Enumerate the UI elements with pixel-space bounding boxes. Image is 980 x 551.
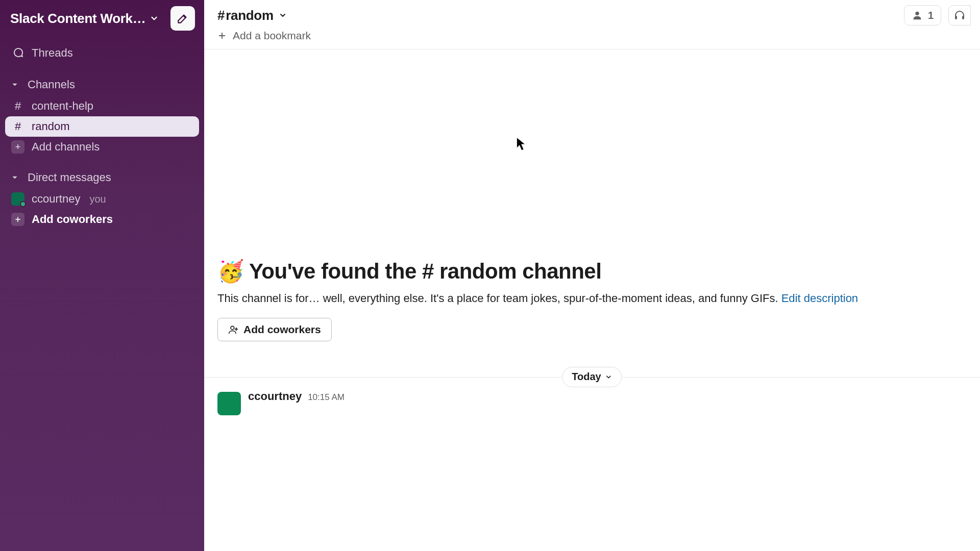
- person-icon: [912, 10, 923, 21]
- add-bookmark-label: Add a bookmark: [233, 30, 311, 42]
- sidebar-channel-random[interactable]: # random: [5, 116, 199, 137]
- add-bookmark-button[interactable]: Add a bookmark: [204, 27, 980, 49]
- channels-section-header[interactable]: Channels: [5, 73, 199, 96]
- threads-label: Threads: [32, 46, 73, 60]
- huddle-button[interactable]: [948, 5, 971, 26]
- sidebar-nav: Threads Channels # content-help # random…: [0, 37, 204, 230]
- channel-name: random: [226, 8, 274, 23]
- caret-down-icon: [11, 174, 21, 181]
- hash-icon: #: [217, 8, 225, 23]
- svg-rect-2: [962, 16, 964, 19]
- date-label: Today: [572, 371, 601, 383]
- channel-title: #random: [217, 8, 274, 23]
- dms-section-header[interactable]: Direct messages: [5, 166, 199, 189]
- channel-header: #random 1: [204, 0, 980, 27]
- welcome-desc-text: This channel is for… well, everything el…: [217, 292, 781, 305]
- member-count-button[interactable]: 1: [904, 5, 941, 26]
- channel-header-actions: 1: [904, 5, 971, 26]
- workspace-switcher[interactable]: Slack Content Work…: [10, 11, 159, 27]
- sidebar-item-threads[interactable]: Threads: [5, 42, 199, 64]
- channels-section-label: Channels: [28, 78, 75, 91]
- welcome-description: This channel is for… well, everything el…: [217, 291, 967, 307]
- svg-point-3: [231, 326, 234, 330]
- threads-icon: [11, 47, 24, 59]
- welcome-add-coworkers-button[interactable]: Add coworkers: [217, 318, 332, 341]
- sidebar-dm-ccourtney[interactable]: ccourtney you: [5, 189, 199, 209]
- date-pill[interactable]: Today: [562, 367, 622, 387]
- avatar: [11, 192, 24, 206]
- plus-icon: +: [11, 213, 24, 226]
- workspace-name: Slack Content Work…: [10, 11, 145, 27]
- presence-active-icon: [20, 201, 26, 207]
- welcome-title: 🥳 You've found the # random channel: [217, 259, 967, 284]
- add-coworkers-label: Add coworkers: [32, 213, 113, 226]
- channel-title-button[interactable]: #random: [217, 8, 287, 23]
- main-pane: #random 1 Add a bookmark: [204, 0, 980, 551]
- add-coworkers-button[interactable]: + Add coworkers: [5, 209, 199, 230]
- message-author[interactable]: ccourtney: [248, 390, 302, 403]
- hash-icon: #: [11, 99, 24, 113]
- message-body: ccourtney 10:15 AM: [248, 390, 345, 415]
- channel-name: random: [32, 120, 70, 133]
- channel-name: content-help: [32, 99, 93, 113]
- message-timestamp[interactable]: 10:15 AM: [308, 392, 345, 403]
- date-divider: Today: [204, 377, 980, 378]
- channel-welcome: 🥳 You've found the # random channel This…: [204, 49, 980, 354]
- hash-icon: #: [11, 120, 24, 133]
- avatar[interactable]: [217, 392, 241, 415]
- workspace-header: Slack Content Work…: [0, 0, 204, 37]
- dm-name: ccourtney: [32, 192, 80, 206]
- member-count: 1: [928, 10, 934, 21]
- compose-button[interactable]: [170, 6, 195, 31]
- party-emoji-icon: 🥳: [217, 259, 244, 283]
- sidebar-channel-content-help[interactable]: # content-help: [5, 96, 199, 116]
- welcome-add-coworkers-label: Add coworkers: [243, 323, 321, 336]
- chevron-down-icon: [279, 11, 287, 19]
- chevron-down-icon: [605, 373, 612, 381]
- headphones-icon: [953, 9, 966, 21]
- plus-icon: [217, 31, 227, 40]
- svg-point-0: [915, 12, 919, 15]
- welcome-title-text: You've found the # random channel: [249, 259, 601, 283]
- chevron-down-icon: [150, 14, 159, 23]
- plus-icon: +: [11, 140, 24, 154]
- message-pane: 🥳 You've found the # random channel This…: [204, 49, 980, 551]
- you-tag: you: [89, 193, 106, 205]
- edit-description-link[interactable]: Edit description: [781, 292, 858, 305]
- add-channels-label: Add channels: [32, 140, 100, 154]
- add-channels-button[interactable]: + Add channels: [5, 137, 199, 157]
- sidebar: Slack Content Work… Threads Channels: [0, 0, 204, 551]
- svg-rect-1: [955, 16, 957, 19]
- dms-section-label: Direct messages: [28, 171, 111, 184]
- caret-down-icon: [11, 81, 21, 88]
- message-meta: ccourtney 10:15 AM: [248, 390, 345, 403]
- add-person-icon: [228, 324, 238, 335]
